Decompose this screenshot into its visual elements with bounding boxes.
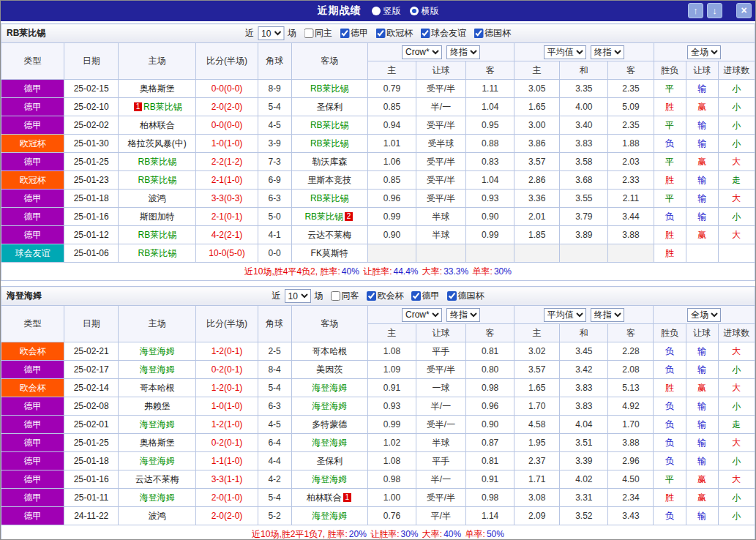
match-count-select[interactable]: 10 [258, 26, 284, 40]
avg-odds-0: 3.00 [514, 116, 560, 135]
filter-checkbox-德甲[interactable]: 德甲 [411, 290, 440, 302]
header-select-终指[interactable]: 终指 [591, 45, 624, 59]
header-select-全场[interactable]: 全场 [687, 45, 721, 59]
header-select-平均值[interactable]: 平均值 [544, 308, 586, 322]
checkbox-input[interactable] [375, 29, 385, 38]
away-team-name[interactable]: FK莫斯特 [311, 248, 348, 258]
home-team-name[interactable]: RB莱比锡 [143, 102, 182, 112]
radio-circle-icon[interactable] [372, 7, 381, 15]
result-0: 平 [654, 190, 686, 208]
score: 1-0(1-0) [196, 135, 258, 153]
tables-container: RB莱比锡近10场同主德甲欧冠杯球会友谊德国杯类型日期主场比分(半场)角球客场C… [1, 23, 755, 540]
away-team-name[interactable]: 圣保利 [316, 102, 343, 112]
filter-checkbox-同客[interactable]: 同客 [331, 290, 359, 302]
header-select-全场[interactable]: 全场 [687, 308, 721, 322]
checkbox-label: 球会友谊 [431, 27, 466, 40]
filter-checkbox-欧冠杯[interactable]: 欧冠杯 [375, 27, 413, 40]
radio-circle-icon[interactable] [410, 7, 419, 15]
home-team-name[interactable]: 斯图加特 [140, 211, 175, 222]
away-team-name[interactable]: 云达不莱梅 [307, 230, 351, 240]
home-team-name[interactable]: 海登海姆 [140, 419, 175, 430]
away-team-name[interactable]: RB莱比锡 [304, 211, 343, 222]
result-2: 大 [718, 470, 755, 489]
home-team-name[interactable]: 波鸿 [149, 511, 166, 521]
layout-radio-竖版[interactable]: 竖版 [372, 5, 401, 18]
home-team-name[interactable]: 波鸿 [149, 193, 166, 203]
header-select-终指[interactable]: 终指 [591, 308, 624, 322]
handicap-odds-0: 1.08 [367, 452, 416, 470]
away-team-name[interactable]: 海登海姆 [312, 438, 347, 448]
away-team-name[interactable]: 勒沃库森 [312, 157, 347, 167]
handicap-odds-2: 0.90 [466, 208, 514, 226]
handicap-odds-2: 0.98 [466, 379, 514, 397]
avg-odds-2: 4.50 [608, 470, 654, 489]
away-team-name[interactable]: 里斯本竞技 [307, 175, 351, 185]
home-team-name[interactable]: 奥格斯堡 [140, 83, 175, 94]
home-team-name[interactable]: 哥本哈根 [140, 383, 175, 393]
away-team-name[interactable]: 柏林联合 [307, 492, 342, 503]
home-team-name[interactable]: 奥格斯堡 [140, 438, 175, 448]
result-2: 小 [718, 452, 755, 470]
filter-checkbox-德甲[interactable]: 德甲 [340, 27, 368, 40]
checkbox-input[interactable] [340, 29, 349, 38]
home-team-cell: 海登海姆 [119, 342, 196, 361]
scroll-up-button[interactable]: ↑ [688, 3, 703, 18]
home-team-name[interactable]: 柏林联合 [140, 120, 175, 130]
home-team-name[interactable]: RB莱比锡 [138, 230, 177, 240]
filter-checkbox-球会友谊[interactable]: 球会友谊 [420, 27, 466, 40]
header-select-Crow*[interactable]: Crow* [402, 45, 442, 59]
handicap-odds-0: 1.06 [367, 153, 416, 171]
away-team-name[interactable]: RB莱比锡 [310, 193, 349, 203]
home-team-name[interactable]: 格拉茨风暴(中) [128, 138, 187, 149]
away-team-name[interactable]: RB莱比锡 [310, 138, 349, 149]
away-team-name[interactable]: 多特蒙德 [312, 419, 347, 430]
away-team-name[interactable]: 哥本哈根 [312, 346, 347, 356]
away-team-name[interactable]: 海登海姆 [312, 474, 347, 484]
away-team-name[interactable]: 海登海姆 [312, 511, 347, 521]
away-team-name[interactable]: 圣保利 [316, 456, 343, 466]
league-type-badge: 德甲 [1, 470, 64, 489]
column-header-2: 主场 [119, 306, 196, 342]
match-count-select[interactable]: 10 [285, 289, 311, 303]
away-team-cell: 云达不莱梅 [291, 226, 367, 244]
away-team-name[interactable]: 美因茨 [316, 364, 343, 375]
checkbox-input[interactable] [331, 291, 340, 301]
filter-checkbox-德国杯[interactable]: 德国杯 [447, 290, 484, 302]
away-team-name[interactable]: 海登海姆 [312, 401, 347, 411]
result-0: 负 [654, 397, 686, 416]
home-team-name[interactable]: RB莱比锡 [138, 175, 177, 185]
header-select-终指[interactable]: 终指 [446, 45, 480, 59]
scroll-down-button[interactable]: ↓ [707, 3, 722, 18]
checkbox-label: 德国杯 [484, 27, 511, 40]
away-team-name[interactable]: 海登海姆 [312, 383, 347, 393]
home-team-name[interactable]: RB莱比锡 [138, 248, 177, 258]
checkbox-input[interactable] [367, 291, 376, 301]
checkbox-input[interactable] [474, 29, 483, 38]
header-select-终指[interactable]: 终指 [446, 308, 480, 322]
checkbox-input[interactable] [304, 29, 313, 38]
handicap-odds-0: 0.91 [367, 379, 416, 397]
home-team-name[interactable]: 海登海姆 [140, 346, 175, 356]
header-select-Crow*[interactable]: Crow* [402, 308, 442, 322]
away-team-cell: RB莱比锡 [291, 135, 367, 153]
home-team-cell: 斯图加特 [119, 208, 196, 226]
checkbox-input[interactable] [447, 291, 457, 301]
home-team-name[interactable]: RB莱比锡 [138, 157, 177, 167]
checkbox-input[interactable] [411, 291, 421, 301]
home-team-name[interactable]: 弗赖堡 [144, 401, 171, 411]
home-team-name[interactable]: 海登海姆 [140, 364, 175, 375]
away-team-name[interactable]: RB莱比锡 [310, 120, 349, 130]
filter-checkbox-同主[interactable]: 同主 [304, 27, 332, 40]
home-team-name[interactable]: 海登海姆 [140, 456, 175, 466]
home-team-name[interactable]: 云达不莱梅 [135, 474, 179, 484]
handicap-odds-2: 0.95 [466, 116, 514, 135]
column-header-3: 比分(半场) [196, 43, 258, 80]
close-button[interactable]: × [736, 3, 752, 18]
away-team-name[interactable]: RB莱比锡 [310, 83, 349, 94]
layout-radio-横版[interactable]: 横版 [410, 5, 439, 18]
checkbox-input[interactable] [420, 29, 430, 38]
filter-checkbox-欧会杯[interactable]: 欧会杯 [367, 290, 404, 302]
filter-checkbox-德国杯[interactable]: 德国杯 [474, 27, 511, 40]
home-team-name[interactable]: 海登海姆 [140, 492, 175, 503]
header-select-平均值[interactable]: 平均值 [544, 45, 586, 59]
